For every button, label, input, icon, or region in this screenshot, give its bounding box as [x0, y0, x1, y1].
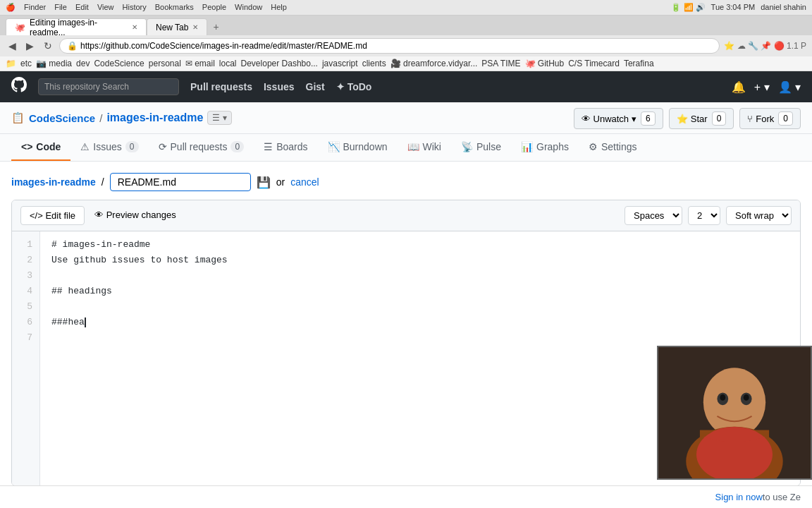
indent-select[interactable]: 2 4: [688, 206, 720, 225]
menu-people[interactable]: People: [202, 3, 226, 12]
code-icon: <>: [21, 141, 32, 152]
code-line-1: # images-in-readme: [51, 237, 789, 253]
star-button[interactable]: ⭐ Star 0: [669, 108, 734, 129]
extensions-icon: ⭐ ☁ 🔧 📌 🔴 1.1 P: [724, 41, 806, 51]
tab-new-tab[interactable]: New Tab ✕: [147, 18, 207, 35]
forward-button[interactable]: ▶: [23, 39, 37, 53]
bookmark-psa[interactable]: PSA TIME: [481, 59, 520, 68]
eye-icon: 👁: [582, 114, 591, 124]
tab-close-button[interactable]: ✕: [132, 23, 137, 31]
bookmark-codescience[interactable]: CodeScience: [94, 59, 144, 68]
repo-nav: <> Code ⚠ Issues 0 ⟳ Pull requests 0 ☰ B…: [0, 134, 812, 162]
tab-close-button-2[interactable]: ✕: [192, 23, 198, 31]
code-line-3: [51, 268, 789, 284]
url-text: https://github.com/CodeScience/images-in…: [80, 41, 367, 51]
bookmark-email[interactable]: ✉ email: [185, 59, 215, 68]
bookmark-developer-dash[interactable]: Developer Dashbo...: [241, 59, 318, 68]
bookmark-terafina[interactable]: Terafina: [624, 59, 654, 68]
preview-changes-tab[interactable]: 👁 Preview changes: [86, 206, 185, 225]
system-user: daniel shahin: [761, 3, 806, 12]
nav-settings[interactable]: ⚙ Settings: [579, 134, 647, 161]
bookmark-javascript[interactable]: javascript: [322, 59, 358, 68]
nav-code[interactable]: <> Code: [11, 134, 70, 161]
bookmark-dev[interactable]: dev: [76, 59, 90, 68]
search-placeholder: This repository Search: [44, 82, 129, 92]
menu-view[interactable]: View: [97, 3, 114, 12]
wiki-icon: 📖: [407, 141, 419, 152]
menu-window[interactable]: Window: [235, 3, 262, 12]
nav-wiki[interactable]: 📖 Wiki: [398, 134, 451, 161]
spaces-select[interactable]: Spaces Tabs: [625, 206, 682, 225]
bookmark-local[interactable]: local: [219, 59, 237, 68]
pr-icon: ⟳: [159, 141, 167, 152]
apple-menu[interactable]: 🍎: [6, 3, 16, 12]
breadcrumb-repo-link[interactable]: images-in-readme: [11, 176, 96, 188]
bookmark-cs-timecard[interactable]: C/S Timecard: [568, 59, 620, 68]
sign-in-link[interactable]: Sign in now: [715, 492, 763, 502]
menu-items: 🍎 Finder File Edit View History Bookmark…: [6, 3, 287, 12]
fork-button[interactable]: ⑂ Fork 0: [739, 108, 801, 129]
watch-label: Unwatch: [593, 114, 629, 124]
nav-boards[interactable]: ☰ Boards: [254, 134, 317, 161]
github-search[interactable]: This repository Search: [38, 78, 179, 95]
nav-todo[interactable]: ✦ ToDo: [336, 81, 372, 92]
code-line-6: ###hea: [51, 315, 789, 330]
tab-active[interactable]: 🐙 Editing images-in-readme... ✕: [6, 18, 147, 35]
nav-graphs[interactable]: 📊 Graphs: [511, 134, 579, 161]
editor-toolbar: </> Edit file 👁 Preview changes Spaces T…: [12, 200, 800, 231]
bookmark-etc[interactable]: etc: [20, 59, 32, 68]
bookmark-personal[interactable]: personal: [149, 59, 181, 68]
nav-gist[interactable]: Gist: [306, 81, 325, 92]
code-line-4: ## headings: [51, 284, 789, 299]
system-icons: 🔋 📶 🔊: [671, 3, 705, 12]
pulse-icon: 📡: [461, 141, 473, 152]
bookmark-clients[interactable]: clients: [362, 59, 386, 68]
nav-pulse[interactable]: 📡 Pulse: [451, 134, 511, 161]
menu-history[interactable]: History: [123, 3, 147, 12]
repo-icon: 📋: [11, 111, 25, 124]
menu-finder[interactable]: Finder: [24, 3, 46, 12]
nav-issues[interactable]: Issues: [264, 81, 295, 92]
github-header-icons: 🔔 + ▾ 👤 ▾: [732, 80, 801, 94]
new-tab-button[interactable]: +: [207, 18, 224, 35]
menu-bookmarks[interactable]: Bookmarks: [155, 3, 194, 12]
issues-icon: ⚠: [80, 141, 90, 152]
line-number-4: 4: [12, 284, 39, 299]
url-field[interactable]: 🔒 https://github.com/CodeScience/images-…: [59, 38, 720, 54]
nav-issues[interactable]: ⚠ Issues 0: [70, 134, 148, 161]
bookmarks-bar: 📁 etc 📷 media dev CodeScience personal ✉…: [0, 56, 812, 71]
bookmark-media[interactable]: 📷 media: [36, 59, 72, 68]
wrap-select[interactable]: Soft wrap No wrap: [726, 206, 792, 225]
pr-badge: 0: [230, 141, 244, 152]
cancel-link[interactable]: cancel: [290, 176, 319, 188]
nav-pull-requests[interactable]: ⟳ Pull requests 0: [149, 134, 254, 161]
edit-file-tab[interactable]: </> Edit file: [20, 206, 85, 225]
filename-input[interactable]: [110, 173, 251, 191]
menu-file[interactable]: File: [54, 3, 67, 12]
line-number-6: 6: [12, 315, 39, 330]
nav-pull-requests[interactable]: Pull requests: [190, 81, 252, 92]
bookmark-github[interactable]: 🐙 GitHub: [525, 59, 565, 68]
system-status: 🔋 📶 🔊 Tue 3:04 PM daniel shahin: [671, 3, 806, 12]
notifications-icon[interactable]: 🔔: [732, 80, 746, 94]
text-cursor: [85, 318, 86, 327]
create-menu[interactable]: + ▾: [754, 80, 770, 94]
repo-owner-link[interactable]: CodeScience: [29, 112, 95, 124]
boards-icon: ☰: [264, 141, 273, 152]
menu-help[interactable]: Help: [271, 3, 287, 12]
editor-settings: Spaces Tabs 2 4 Soft wrap No wrap: [625, 206, 792, 225]
video-feed: [658, 347, 811, 478]
watch-button[interactable]: 👁 Unwatch ▾ 6: [574, 108, 663, 129]
nav-burndown[interactable]: 📉 Burndown: [318, 134, 398, 161]
edit-tab-label: Edit file: [45, 210, 75, 221]
repo-name-link[interactable]: images-in-readme: [106, 111, 203, 124]
repo-dropdown[interactable]: ☰ ▾: [207, 111, 231, 125]
github-logo[interactable]: [11, 77, 27, 97]
back-button[interactable]: ◀: [6, 39, 19, 53]
refresh-button[interactable]: ↻: [41, 39, 55, 53]
bookmark-dreamforce[interactable]: 🎥 dreamforce.vidyar...: [390, 59, 478, 68]
user-menu[interactable]: 👤 ▾: [778, 80, 801, 94]
menu-edit[interactable]: Edit: [75, 3, 89, 12]
line-number-7: 7: [12, 330, 39, 346]
save-icon[interactable]: 💾: [257, 176, 271, 189]
